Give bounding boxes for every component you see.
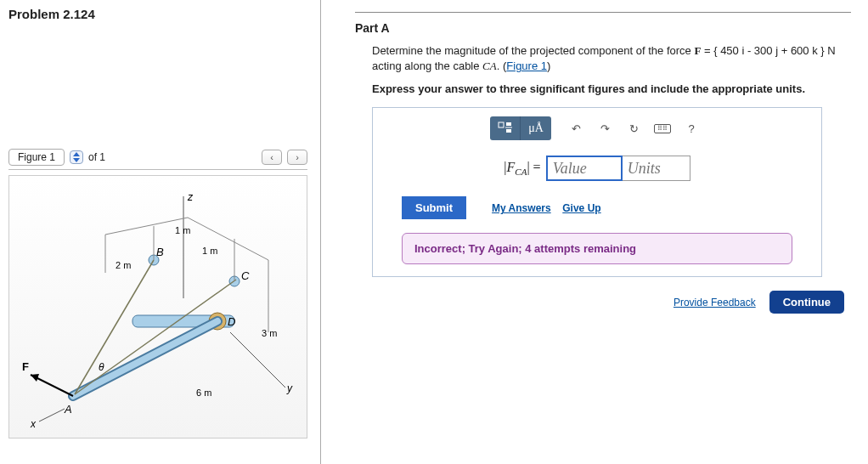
provide-feedback-link[interactable]: Provide Feedback	[674, 297, 756, 308]
svg-line-10	[73, 321, 217, 396]
label-A: A	[64, 403, 72, 416]
axis-z-label: z	[187, 191, 194, 203]
redo-button[interactable]: ↷	[592, 116, 617, 140]
svg-marker-0	[73, 152, 80, 156]
units-tool-button[interactable]: μÅ	[521, 116, 551, 140]
svg-rect-19	[506, 129, 511, 133]
problem-title: Problem 2.124	[8, 7, 312, 21]
label-D: D	[228, 315, 235, 328]
svg-marker-16	[31, 374, 39, 382]
svg-rect-17	[499, 122, 504, 127]
submit-button[interactable]: Submit	[402, 196, 466, 219]
figure-prev-button[interactable]: ‹	[262, 150, 282, 165]
label-C: C	[241, 269, 250, 282]
give-up-link[interactable]: Give Up	[562, 202, 600, 214]
svg-line-3	[39, 409, 65, 422]
axis-x-label: x	[30, 418, 37, 430]
dim-1m-a: 1 m	[175, 225, 190, 235]
answer-lhs: |FCA| =	[504, 160, 540, 177]
figure-next-button[interactable]: ›	[287, 150, 307, 165]
dim-6m: 6 m	[196, 388, 211, 398]
dim-3m: 3 m	[262, 328, 277, 338]
label-theta: θ	[99, 361, 104, 373]
continue-button[interactable]: Continue	[769, 291, 844, 314]
units-input[interactable]	[623, 156, 690, 181]
help-button[interactable]: ?	[679, 116, 704, 140]
part-description: Determine the magnitude of the projected…	[372, 43, 851, 74]
fraction-icon	[498, 122, 513, 135]
svg-rect-18	[506, 122, 511, 126]
undo-button[interactable]: ↶	[563, 116, 589, 140]
axis-y-label: y	[286, 382, 293, 394]
answer-toolbar: μÅ ↶ ↷ ↻ ⠿⠿ ?	[373, 108, 821, 147]
figure-tab[interactable]: Figure 1	[8, 149, 65, 166]
svg-line-4	[230, 332, 285, 388]
cable-name: CA	[482, 59, 497, 72]
figure-page-stepper[interactable]	[70, 150, 83, 164]
reset-button[interactable]: ↻	[621, 116, 646, 140]
dim-1m-b: 1 m	[202, 246, 217, 256]
answer-panel: μÅ ↶ ↷ ↻ ⠿⠿ ? |FCA| =	[372, 107, 822, 277]
figure-link[interactable]: Figure 1	[506, 59, 547, 72]
label-B: B	[156, 246, 164, 258]
stepper-arrows-icon	[73, 152, 80, 162]
label-F: F	[22, 360, 29, 373]
value-input[interactable]	[546, 156, 623, 181]
dim-2m: 2 m	[116, 260, 131, 270]
svg-line-12	[75, 280, 236, 394]
figure-page-of: of 1	[88, 151, 105, 163]
svg-marker-1	[73, 158, 80, 162]
figure-tab-bar: Figure 1 of 1 ‹ ›	[8, 149, 307, 170]
keyboard-icon: ⠿⠿	[654, 124, 671, 133]
my-answers-link[interactable]: My Answers	[492, 202, 551, 214]
feedback-message: Incorrect; Try Again; 4 attempts remaini…	[402, 233, 792, 264]
part-title: Part A	[355, 21, 851, 35]
answer-instruction: Express your answer to three significant…	[372, 82, 851, 95]
figure-image: z x y	[8, 175, 307, 439]
keyboard-button[interactable]: ⠿⠿	[650, 116, 675, 140]
part-separator	[355, 12, 851, 13]
template-tool-button[interactable]	[490, 116, 521, 140]
